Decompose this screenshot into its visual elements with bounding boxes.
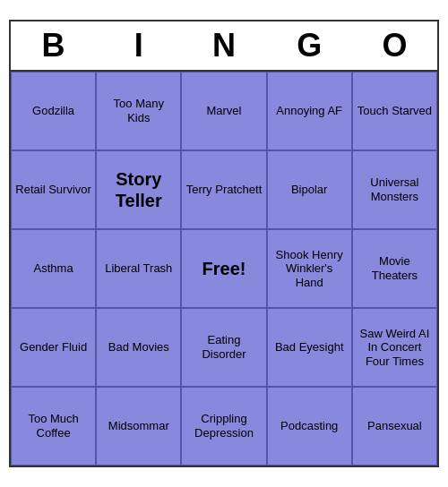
cell-text: Liberal Trash: [105, 261, 172, 276]
cell-text: Terry Pratchett: [186, 183, 263, 197]
cell-text: Podcasting: [280, 419, 338, 433]
cell-text: Retail Survivor: [15, 183, 91, 197]
bingo-cell: Eating Disorder: [181, 308, 266, 387]
cell-text: Eating Disorder: [185, 333, 262, 361]
header-letter: G: [267, 21, 352, 70]
cell-text: Bipolar: [291, 183, 327, 197]
bingo-cell: Podcasting: [267, 387, 352, 466]
bingo-cell: Midsommar: [96, 387, 181, 466]
bingo-cell: Story Teller: [96, 150, 181, 229]
header-letter: B: [11, 21, 96, 70]
cell-text: Too Many Kids: [100, 97, 177, 124]
bingo-cell: Bad Eyesight: [267, 308, 352, 387]
bingo-cell: Marvel: [181, 72, 266, 150]
bingo-cell: Asthma: [11, 229, 96, 308]
cell-text: Too Much Coffee: [15, 412, 91, 440]
cell-text: Bad Movies: [108, 340, 169, 355]
bingo-card: BINGO GodzillaToo Many KidsMarvelAnnoyin…: [9, 20, 439, 467]
cell-text: Touch Starved: [358, 104, 432, 118]
bingo-cell: Universal Monsters: [352, 150, 437, 229]
bingo-cell: Touch Starved: [352, 72, 437, 150]
bingo-cell: Bipolar: [267, 150, 352, 229]
bingo-cell: Saw Weird AI In Concert Four Times: [352, 308, 437, 387]
bingo-cell: Terry Pratchett: [181, 150, 266, 229]
cell-text: Midsommar: [108, 419, 169, 433]
header-letter: I: [96, 21, 181, 70]
cell-text: Shook Henry Winkler's Hand: [271, 248, 348, 290]
cell-text: Marvel: [206, 104, 241, 118]
cell-text: Godzilla: [32, 104, 74, 118]
cell-text: Pansexual: [367, 419, 422, 433]
cell-text: Annoying AF: [276, 104, 342, 118]
bingo-cell: Shook Henry Winkler's Hand: [267, 229, 352, 308]
cell-text: Asthma: [34, 261, 73, 276]
cell-text: Universal Monsters: [357, 175, 433, 203]
header-letter: O: [352, 21, 437, 70]
bingo-cell: Too Much Coffee: [11, 387, 96, 466]
cell-text: Free!: [202, 258, 246, 279]
bingo-cell: Bad Movies: [96, 308, 181, 387]
cell-text: Movie Theaters: [357, 254, 433, 282]
bingo-cell: Retail Survivor: [11, 150, 96, 229]
bingo-grid: GodzillaToo Many KidsMarvelAnnoying AFTo…: [11, 70, 437, 466]
bingo-cell: Too Many Kids: [96, 72, 181, 150]
cell-text: Bad Eyesight: [275, 340, 344, 355]
bingo-cell: Crippling Depression: [181, 387, 266, 466]
bingo-cell: Pansexual: [352, 387, 437, 466]
header-letter: N: [181, 21, 266, 70]
cell-text: Crippling Depression: [185, 412, 262, 440]
cell-text: Story Teller: [100, 168, 177, 211]
bingo-cell: Movie Theaters: [352, 229, 437, 308]
bingo-cell: Free!: [181, 229, 266, 308]
bingo-cell: Annoying AF: [267, 72, 352, 150]
bingo-header: BINGO: [11, 21, 437, 70]
bingo-cell: Gender Fluid: [11, 308, 96, 387]
cell-text: Saw Weird AI In Concert Four Times: [357, 327, 433, 369]
cell-text: Gender Fluid: [20, 340, 87, 355]
bingo-cell: Liberal Trash: [96, 229, 181, 308]
bingo-cell: Godzilla: [11, 72, 96, 150]
